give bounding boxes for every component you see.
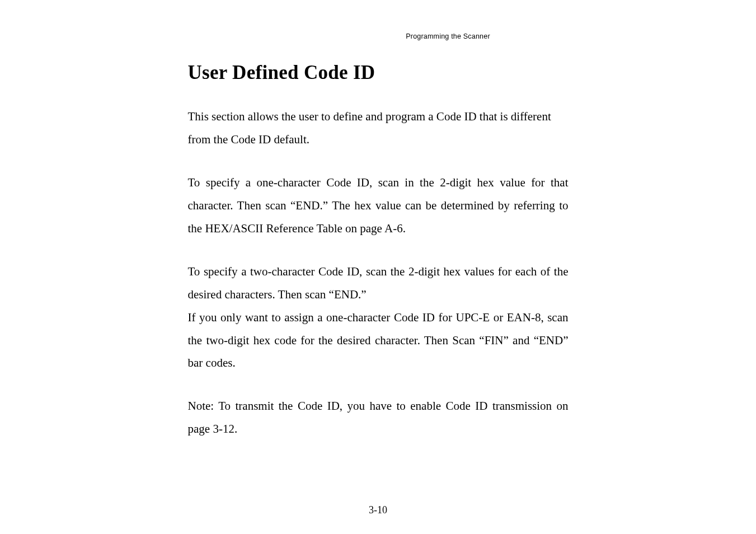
paragraph-note: Note: To transmit the Code ID, you have … [188, 395, 569, 441]
page-number: 3-10 [0, 504, 756, 516]
paragraph-two-char-block: To specify a two-character Code ID, scan… [188, 260, 569, 375]
running-header: Programming the Scanner [188, 32, 569, 40]
document-page: Programming the Scanner User Defined Cod… [188, 0, 569, 441]
paragraph-intro: This section allows the user to define a… [188, 105, 569, 151]
section-title: User Defined Code ID [188, 62, 569, 84]
paragraph-two-char-b: If you only want to assign a one-charact… [188, 306, 569, 375]
paragraph-two-char-a: To specify a two-character Code ID, scan… [188, 260, 569, 306]
paragraph-one-char: To specify a one-character Code ID, scan… [188, 171, 569, 240]
